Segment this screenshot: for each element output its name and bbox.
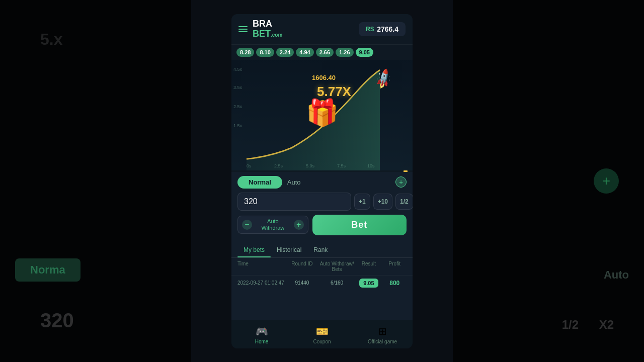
balance-currency: R$ — [366, 25, 374, 33]
half-button[interactable]: 1/2 — [395, 194, 413, 210]
table-header: Time Round ID Auto Withdraw/ Bets Result… — [231, 258, 413, 275]
bottom-nav: 🎮 Home 🎫 Coupon ⊞ Official game — [231, 320, 413, 348]
auto-withdraw-label: Auto Withdraw — [255, 218, 291, 231]
ghost-normal-label: Norma — [15, 258, 80, 282]
home-icon: 🎮 — [256, 325, 268, 337]
col-header-time: Time — [237, 261, 285, 272]
nav-official-label: Official game — [368, 339, 397, 344]
cell-round-0: 91440 — [287, 280, 317, 286]
right-overlay: Auto + 1/2 X2 — [453, 0, 644, 362]
mult-badge-6[interactable]: 9.05 — [356, 48, 373, 57]
left-overlay: 5.x Norma 320 — [0, 0, 191, 362]
cell-time-0: 2022-09-27 01:02:47 — [237, 280, 285, 286]
ghost-320-label: 320 — [40, 309, 74, 332]
mode-tabs: Normal Auto + — [237, 176, 407, 189]
bet-input[interactable] — [237, 193, 351, 211]
menu-icon[interactable] — [238, 26, 248, 32]
mult-badge-1[interactable]: 8.10 — [256, 48, 274, 57]
col-header-profit: Profit — [383, 261, 407, 272]
nav-official-game[interactable]: ⊞ Official game — [352, 323, 413, 346]
cell-auto-0: 6/160 — [319, 280, 355, 286]
nav-home[interactable]: 🎮 Home — [231, 323, 292, 346]
bet-amount-row: +1 +10 1/2 X2 — [237, 193, 407, 211]
plus1-button[interactable]: +1 — [354, 194, 370, 210]
game-value-label: 1606.40 — [312, 74, 336, 81]
tab-rank[interactable]: Rank — [307, 242, 334, 257]
logo-com: .com — [271, 32, 282, 38]
col-header-round: Round ID — [287, 261, 317, 272]
info-tabs: My bets Historical Rank — [231, 242, 413, 258]
mult-badge-5[interactable]: 1.26 — [336, 48, 353, 57]
bet-button[interactable]: Bet — [312, 215, 407, 235]
ghost-x2-label: X2 — [599, 318, 614, 332]
action-row: − Auto Withdraw + Bet — [237, 215, 407, 235]
table-row: 2022-09-27 01:02:47 91440 6/160 9.05 800 — [231, 275, 413, 291]
mult-badge-0[interactable]: 8.28 — [236, 48, 254, 57]
ghost-plus-icon: + — [594, 168, 619, 194]
nav-coupon-label: Coupon — [313, 339, 331, 344]
result-badge-0: 9.05 — [359, 279, 378, 288]
balance-amount: 2766.4 — [377, 25, 398, 33]
controls-area: Normal Auto + +1 +10 1/2 X2 − Auto Withd… — [231, 172, 413, 242]
ghost-auto-label: Auto — [604, 268, 629, 282]
bets-table: Time Round ID Auto Withdraw/ Bets Result… — [231, 258, 413, 320]
tab-historical[interactable]: Historical — [271, 242, 307, 257]
col-header-result: Result — [357, 261, 380, 272]
ghost-bx-label: 5.x — [40, 30, 62, 49]
auto-withdraw-box: − Auto Withdraw + — [237, 216, 308, 234]
main-panel: BRA BET.com R$ 2766.4 8.28 8.10 2.24 4.9… — [231, 14, 413, 348]
tab-plus-button[interactable]: + — [395, 176, 407, 188]
logo-bra: BRA — [253, 19, 272, 29]
plus10-button[interactable]: +10 — [373, 194, 392, 210]
cell-profit-0: 800 — [383, 280, 407, 287]
header: BRA BET.com R$ 2766.4 — [231, 14, 413, 45]
nav-home-label: Home — [255, 339, 269, 344]
tab-normal-button[interactable]: Normal — [237, 176, 282, 189]
cell-result-0: 9.05 — [357, 280, 380, 286]
col-header-auto: Auto Withdraw/ Bets — [319, 261, 355, 272]
mult-badge-4[interactable]: 2.66 — [316, 48, 334, 57]
tab-auto-button[interactable]: Auto — [287, 178, 301, 186]
tab-my-bets[interactable]: My bets — [237, 242, 271, 257]
game-area: 4.5x 3.5x 2.5x 1.5x 0s 2.5s 5.0s 7.5s 10… — [231, 60, 413, 170]
coupon-icon: 🎫 — [316, 325, 329, 337]
official-game-icon: ⊞ — [378, 325, 387, 337]
mult-badge-3[interactable]: 4.94 — [296, 48, 313, 57]
auto-withdraw-plus-button[interactable]: + — [294, 220, 304, 230]
logo: BRA BET.com — [253, 19, 282, 39]
auto-withdraw-minus-button[interactable]: − — [242, 220, 252, 230]
chest-icon: 🎁 — [306, 98, 339, 128]
mult-badge-2[interactable]: 2.24 — [276, 48, 294, 57]
balance-box: R$ 2766.4 — [359, 22, 406, 36]
ghost-half-label: 1/2 — [562, 318, 579, 332]
nav-coupon[interactable]: 🎫 Coupon — [292, 323, 352, 346]
logo-bet: BET — [253, 29, 271, 39]
multiplier-bar: 8.28 8.10 2.24 4.94 2.66 1.26 9.05 — [231, 45, 413, 60]
